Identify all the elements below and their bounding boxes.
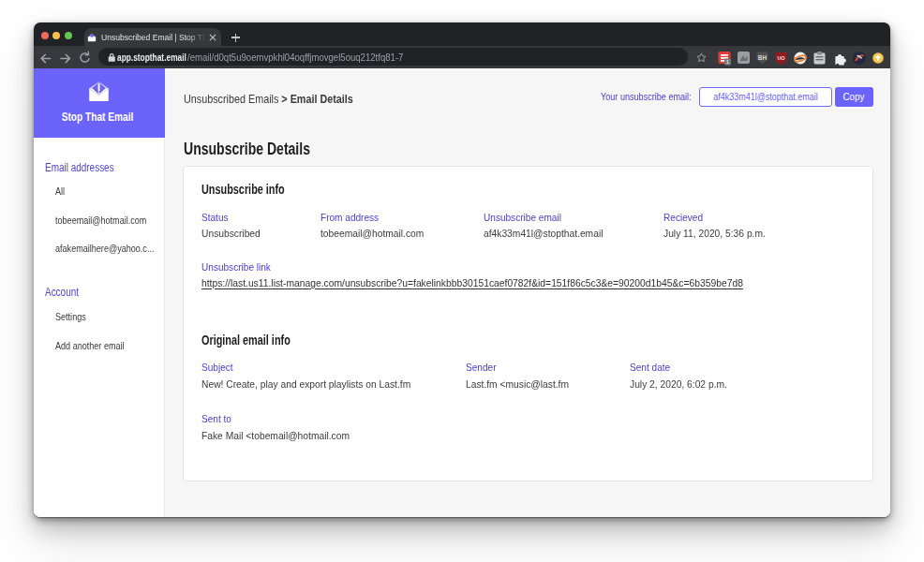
svg-text:UO: UO	[777, 55, 785, 61]
svg-text:BH: BH	[757, 53, 767, 60]
